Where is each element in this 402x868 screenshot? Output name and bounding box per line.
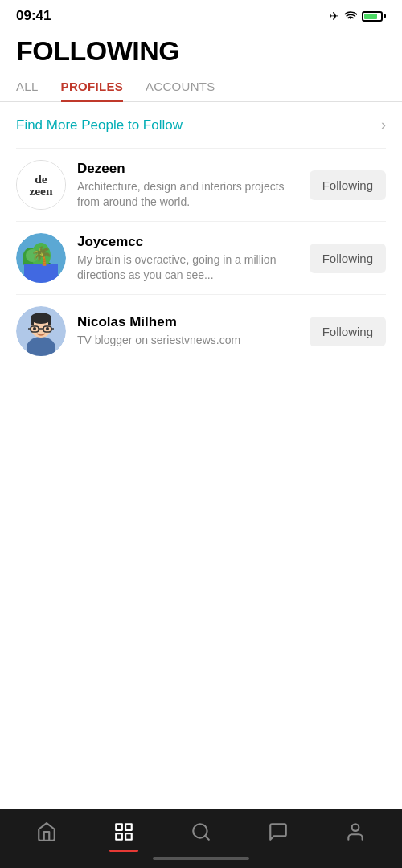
nav-profile[interactable] bbox=[332, 818, 379, 845]
tab-profiles[interactable]: PROFILES bbox=[61, 80, 123, 101]
svg-rect-26 bbox=[125, 833, 132, 840]
profile-name-dezeen: Dezeen bbox=[77, 161, 298, 177]
avatar-dezeen: de zeen bbox=[16, 160, 66, 210]
person-icon bbox=[345, 821, 366, 842]
svg-line-28 bbox=[205, 836, 209, 840]
nav-home[interactable] bbox=[23, 818, 70, 845]
following-button-dezeen[interactable]: Following bbox=[310, 170, 386, 200]
profile-list: de zeen Dezeen Architecture, design and … bbox=[0, 149, 402, 809]
home-icon bbox=[36, 821, 57, 842]
profile-bio-dezeen: Architecture, design and interiors proje… bbox=[77, 179, 298, 208]
nav-grid[interactable] bbox=[100, 818, 147, 845]
profile-info-nicolas: Nicolas Milhem TV blogger on seriestvnew… bbox=[77, 314, 298, 347]
profile-info-dezeen: Dezeen Architecture, design and interior… bbox=[77, 161, 298, 208]
chevron-right-icon: › bbox=[381, 117, 386, 133]
home-indicator-bar bbox=[153, 857, 249, 860]
profile-item-nicolas: Nicolas Milhem TV blogger on seriestvnew… bbox=[0, 295, 402, 367]
home-indicator bbox=[0, 852, 402, 868]
status-bar: 09:41 ✈ bbox=[0, 0, 402, 29]
svg-rect-7 bbox=[24, 264, 58, 283]
grid-icon bbox=[113, 821, 134, 842]
find-more-link[interactable]: Find More People to Follow › bbox=[0, 102, 402, 148]
profile-bio-nicolas: TV blogger on seriestvnews.com bbox=[77, 333, 298, 347]
following-button-nicolas[interactable]: Following bbox=[310, 317, 386, 346]
avatar-nicolas bbox=[16, 306, 66, 356]
tab-accounts[interactable]: ACCOUNTS bbox=[146, 80, 215, 101]
chat-icon bbox=[268, 821, 289, 842]
status-time: 09:41 bbox=[16, 8, 51, 24]
nav-search[interactable] bbox=[178, 818, 224, 845]
bottom-nav bbox=[0, 809, 402, 852]
tabs-container: ALL PROFILES ACCOUNTS bbox=[0, 70, 402, 102]
profile-item-joycemcc: 🌴 Joycemcc My brain is overactive, going… bbox=[0, 222, 402, 294]
profile-item-dezeen: de zeen Dezeen Architecture, design and … bbox=[0, 149, 402, 221]
svg-rect-14 bbox=[31, 317, 34, 326]
wifi-icon bbox=[344, 10, 357, 23]
page-title: FOLLOWING bbox=[16, 35, 386, 67]
svg-rect-23 bbox=[116, 824, 122, 830]
status-icons: ✈ bbox=[330, 10, 386, 23]
profile-name-joycemcc: Joycemcc bbox=[77, 234, 298, 250]
airplane-icon: ✈ bbox=[330, 10, 339, 23]
page-header: FOLLOWING bbox=[0, 29, 402, 70]
svg-rect-24 bbox=[125, 824, 132, 830]
svg-point-22 bbox=[46, 327, 49, 330]
tab-all[interactable]: ALL bbox=[16, 80, 39, 101]
svg-text:🌴: 🌴 bbox=[31, 245, 53, 267]
following-button-joycemcc[interactable]: Following bbox=[310, 244, 386, 273]
svg-point-29 bbox=[352, 824, 359, 831]
svg-text:zeen: zeen bbox=[29, 184, 53, 198]
battery-icon bbox=[362, 11, 386, 22]
find-more-text: Find More People to Follow bbox=[16, 117, 183, 133]
search-icon bbox=[191, 821, 211, 842]
profile-bio-joycemcc: My brain is overactive, going in a milli… bbox=[77, 252, 298, 281]
avatar-joycemcc: 🌴 bbox=[16, 233, 66, 283]
svg-point-21 bbox=[33, 327, 36, 330]
profile-info-joycemcc: Joycemcc My brain is overactive, going i… bbox=[77, 234, 298, 281]
profile-name-nicolas: Nicolas Milhem bbox=[77, 314, 298, 330]
svg-rect-25 bbox=[116, 833, 122, 840]
svg-rect-15 bbox=[48, 317, 51, 326]
nav-chat[interactable] bbox=[255, 818, 302, 845]
